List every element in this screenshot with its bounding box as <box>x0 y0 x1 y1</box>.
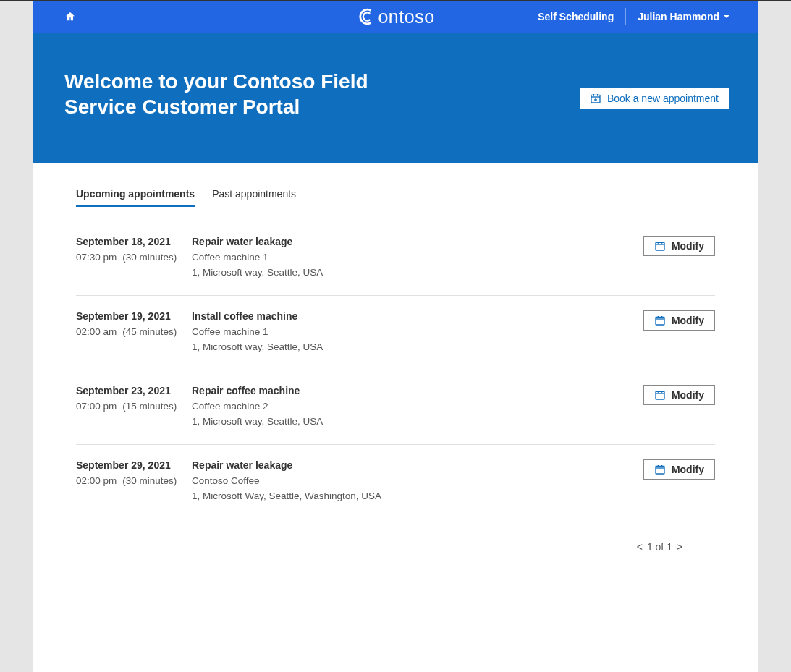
tab-past[interactable]: Past appointments <box>212 188 296 207</box>
appointment-item: Coffee machine 1 <box>192 326 643 337</box>
appointment-row: September 18, 202107:30 pm(30 minutes)Re… <box>76 221 715 296</box>
appointment-address: 1, Microsoft Way, Seattle, Washington, U… <box>192 490 643 501</box>
appointment-row: September 29, 202102:00 pm(30 minutes)Re… <box>76 445 715 519</box>
appointment-title: Repair water leakage <box>192 236 643 247</box>
appointment-title: Repair water leakage <box>192 459 643 471</box>
modify-label: Modify <box>672 315 704 326</box>
appointment-date: September 29, 2021 <box>76 459 192 471</box>
pagination: < 1 of 1 > <box>76 541 715 553</box>
appointment-item: Contoso Coffee <box>192 475 643 486</box>
modify-label: Modify <box>672 389 704 401</box>
appointment-address: 1, Microsoft way, Seattle, USA <box>192 267 643 278</box>
brand-logo: ontoso <box>356 7 434 27</box>
svg-rect-14 <box>656 391 664 399</box>
modify-button[interactable]: Modify <box>643 385 715 405</box>
appointment-time: 02:00 am <box>76 326 117 337</box>
appointment-duration: (45 minutes) <box>122 326 177 337</box>
appointment-title: Install coffee machine <box>192 310 643 322</box>
appointment-date: September 19, 2021 <box>76 310 192 322</box>
appointment-date: September 23, 2021 <box>76 385 192 396</box>
calendar-icon <box>654 315 666 326</box>
appointment-row: September 23, 202107:00 pm(15 minutes)Re… <box>76 370 715 445</box>
brand-name: ontoso <box>378 7 434 27</box>
appointment-duration: (30 minutes) <box>122 252 177 263</box>
svg-rect-6 <box>656 242 664 250</box>
appointment-time: 02:00 pm <box>76 475 117 486</box>
chevron-down-icon <box>724 15 729 18</box>
calendar-icon <box>654 464 666 475</box>
appointment-date: September 18, 2021 <box>76 236 192 247</box>
pagination-text: 1 of 1 <box>647 541 672 553</box>
appointment-address: 1, Microsoft way, Seattle, USA <box>192 341 643 352</box>
user-name: Julian Hammond <box>638 11 719 22</box>
modify-button[interactable]: Modify <box>643 236 715 256</box>
appointment-time: 07:00 pm <box>76 401 117 412</box>
tab-upcoming[interactable]: Upcoming appointments <box>76 188 195 207</box>
modify-button[interactable]: Modify <box>643 459 715 480</box>
appointment-item: Coffee machine 1 <box>192 252 643 263</box>
modify-label: Modify <box>672 240 704 252</box>
appointment-row: September 19, 202102:00 am(45 minutes)In… <box>76 296 715 370</box>
appointment-item: Coffee machine 2 <box>192 401 643 412</box>
calendar-icon <box>654 389 666 401</box>
appointment-time: 07:30 pm <box>76 252 117 263</box>
calendar-icon <box>654 240 666 252</box>
home-link[interactable] <box>64 11 76 22</box>
appointment-title: Repair coffee machine <box>192 385 643 396</box>
page-title: Welcome to your Contoso Field Service Cu… <box>64 69 368 119</box>
modify-button[interactable]: Modify <box>643 310 715 331</box>
pagination-prev[interactable]: < <box>637 541 643 553</box>
book-appointment-label: Book a new appointment <box>607 93 719 104</box>
home-icon <box>64 11 76 22</box>
svg-rect-10 <box>656 317 664 325</box>
modify-label: Modify <box>672 464 704 475</box>
logo-icon <box>356 7 376 27</box>
appointment-address: 1, Microsoft way, Seattle, USA <box>192 416 643 427</box>
svg-rect-18 <box>656 466 664 474</box>
appointment-duration: (30 minutes) <box>122 475 177 486</box>
book-appointment-button[interactable]: Book a new appointment <box>579 87 729 110</box>
self-scheduling-link[interactable]: Self Scheduling <box>526 8 625 25</box>
calendar-add-icon <box>590 93 601 104</box>
tabs: Upcoming appointments Past appointments <box>76 188 715 207</box>
user-menu[interactable]: Julian Hammond <box>626 11 729 22</box>
pagination-next[interactable]: > <box>677 541 682 553</box>
appointment-duration: (15 minutes) <box>122 401 177 412</box>
